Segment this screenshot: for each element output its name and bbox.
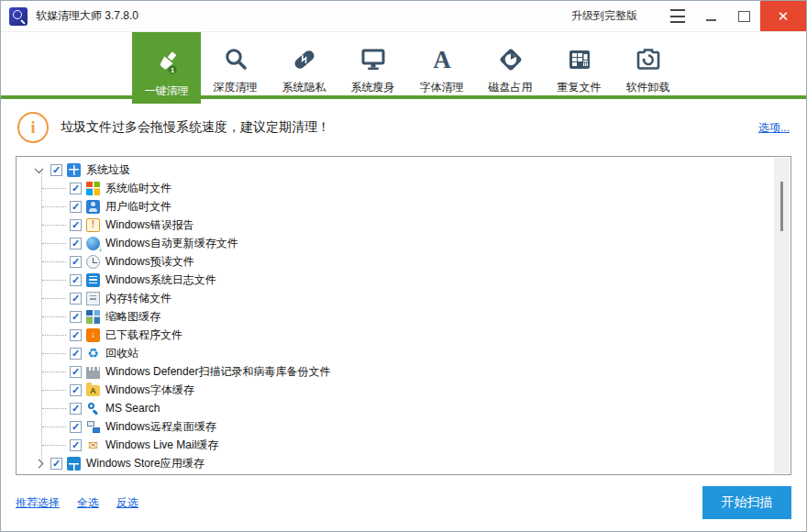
recycle-bin-icon: ♻ [86, 347, 100, 360]
tree-item-label: Windows远程桌面缓存 [105, 419, 216, 435]
tree-item[interactable]: ✓↓已下载程序文件 [17, 326, 773, 344]
info-bar: i 垃圾文件过多会拖慢系统速度，建议定期清理！ 选项... [1, 99, 806, 156]
tree-connector [42, 298, 66, 299]
tree-item[interactable]: ✓Windows Defender扫描记录和病毒库备份文件 [17, 362, 773, 381]
tree-item[interactable]: ✓MS Search [17, 399, 773, 417]
checkbox[interactable]: ✓ [70, 293, 82, 305]
tree-item-label: Windows字体缓存 [105, 382, 194, 398]
checkbox[interactable]: ✓ [70, 329, 82, 341]
tree-item-label: Windows自动更新缓存文件 [105, 236, 238, 251]
toolbar-tab-1[interactable]: 1一键清理 [132, 32, 201, 104]
tree-item[interactable]: ✓Windows远程桌面缓存 [17, 417, 773, 436]
windows-store-icon [67, 457, 81, 471]
checkbox[interactable]: ✓ [70, 439, 82, 451]
uninstall-icon [635, 40, 662, 79]
checkbox[interactable]: ✓ [50, 164, 62, 176]
checkbox[interactable]: ✓ [70, 238, 82, 249]
close-button[interactable]: ✕ [760, 1, 806, 31]
defender-icon [86, 365, 100, 379]
checkbox[interactable]: ✓ [70, 311, 82, 323]
footer-bar: 推荐选择 全选 反选 开始扫描 [1, 475, 806, 530]
checkbox[interactable]: ✓ [70, 274, 82, 286]
tree-item[interactable]: ✓Windows预读文件 [17, 252, 773, 271]
options-link[interactable]: 选项... [758, 120, 790, 136]
toolbar-tab-6[interactable]: 磁盘占用 [476, 32, 545, 100]
tree-item[interactable]: ✓用户临时文件 [17, 197, 773, 216]
slim-monitor-icon [359, 40, 387, 79]
disk-usage-icon [497, 40, 525, 79]
checkbox[interactable]: ✓ [70, 366, 82, 378]
hamburger-icon [670, 9, 685, 23]
tree-connector [42, 335, 66, 336]
toolbar-tab-label: 字体清理 [420, 80, 464, 95]
tree-item-label: 用户临时文件 [105, 199, 171, 215]
update-cache-icon [86, 237, 100, 250]
tree-item[interactable]: ✓系统临时文件 [17, 179, 773, 197]
tree-item[interactable]: ✓!Windows错误报告 [17, 216, 773, 234]
toolbar-tab-8[interactable]: 软件卸载 [614, 32, 682, 100]
tree-item[interactable]: ✓Windows系统日志文件 [17, 271, 773, 289]
tree-item[interactable]: ✓Windows Store应用缓存 [17, 454, 773, 472]
tree-item-label: 系统垃圾 [86, 162, 130, 178]
ms-search-icon [86, 402, 100, 416]
toolbar-tab-4[interactable]: 系统瘦身 [338, 32, 407, 100]
tree-connector [42, 408, 66, 409]
toolbar-tab-5[interactable]: A字体清理 [407, 32, 476, 100]
toolbar-tab-7[interactable]: 重复文件 [545, 32, 614, 100]
info-icon: i [17, 112, 49, 143]
tree-item-label: 回收站 [105, 346, 138, 361]
checkbox[interactable]: ✓ [70, 256, 82, 268]
tree-item-label: 已下载程序文件 [105, 327, 182, 343]
tree-connector [42, 225, 66, 226]
checkbox[interactable]: ✓ [50, 458, 62, 470]
checkbox[interactable]: ✓ [70, 384, 82, 396]
main-menu-button[interactable] [661, 1, 694, 31]
checkbox[interactable]: ✓ [70, 421, 82, 433]
scrollbar-thumb[interactable] [780, 182, 783, 231]
toolbar-tab-3[interactable]: 系统隐私 [270, 32, 338, 100]
minimize-button[interactable] [694, 1, 727, 31]
checkbox[interactable]: ✓ [70, 183, 82, 194]
toolbar-accent-line [1, 95, 806, 99]
start-scan-button[interactable]: 开始扫描 [702, 486, 791, 519]
tree-item[interactable]: ✓缩略图缓存 [17, 307, 773, 326]
tree-item[interactable]: ✓Windows自动更新缓存文件 [17, 234, 773, 252]
live-mail-icon: ✉ [86, 438, 100, 452]
tree-connector [42, 427, 66, 427]
select-all-link[interactable]: 全选 [77, 495, 99, 511]
toolbar-tab-2[interactable]: 深度清理 [201, 32, 270, 100]
tree-item[interactable]: ✓♻回收站 [17, 344, 773, 362]
tree-item[interactable]: ✓✉Windows Live Mail缓存 [17, 436, 773, 454]
tree-item-label: Windows预读文件 [105, 254, 194, 270]
tree-item-label: MS Search [105, 402, 160, 415]
checkbox[interactable]: ✓ [70, 219, 82, 231]
error-report-icon: ! [86, 218, 100, 232]
tree-connector [42, 243, 66, 244]
tree-item-label: 系统临时文件 [105, 181, 171, 196]
invert-select-link[interactable]: 反选 [116, 495, 138, 511]
upgrade-link[interactable]: 升级到完整版 [571, 1, 637, 31]
tree-item-label: Windows Defender扫描记录和病毒库备份文件 [105, 364, 330, 380]
font-cache-icon: A [86, 385, 100, 396]
toolbar-tab-label: 磁盘占用 [489, 80, 533, 95]
user-files-icon [86, 200, 100, 214]
memory-dump-icon [86, 292, 100, 305]
toolbar-tab-label: 系统瘦身 [351, 80, 395, 95]
duplicate-files-icon [566, 40, 593, 79]
windows-flag-icon [86, 182, 100, 195]
app-logo-icon [9, 7, 28, 26]
scrollbar-track[interactable] [774, 158, 790, 473]
tree-item[interactable]: ✓内存转储文件 [17, 289, 773, 307]
checkbox[interactable]: ✓ [70, 201, 82, 213]
tree-connector [42, 353, 66, 354]
checkbox[interactable]: ✓ [70, 403, 82, 415]
toolbar-tab-label: 软件卸载 [626, 80, 670, 95]
prefetch-icon [86, 255, 100, 269]
tree-item[interactable]: ✓系统垃圾 [17, 161, 773, 179]
tree-item[interactable]: ✓AWindows字体缓存 [17, 381, 773, 399]
font-clean-icon: A [428, 40, 456, 79]
tree-connector [42, 390, 66, 391]
maximize-button[interactable] [727, 1, 760, 31]
checkbox[interactable]: ✓ [70, 348, 82, 360]
recommend-select-link[interactable]: 推荐选择 [16, 495, 60, 511]
